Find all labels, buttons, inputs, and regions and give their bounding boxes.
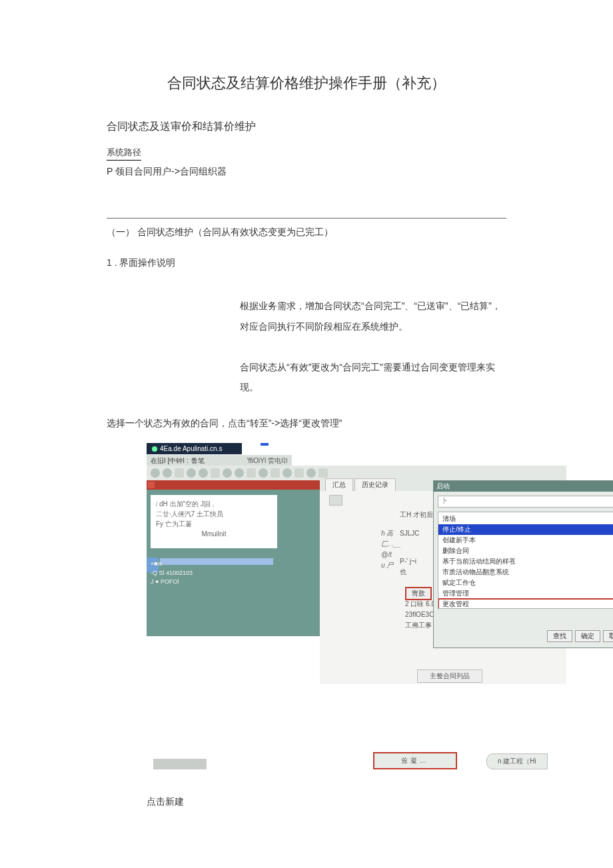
tree-text: »■w -Q Sl 41002103 J ● POFOl <box>151 560 277 587</box>
gray-block <box>153 759 207 769</box>
popup-item-highlighted[interactable]: 更改管程 <box>438 599 613 609</box>
popup-header: 启动 ✕ <box>434 481 613 492</box>
note-pill: n 建工程（Hi <box>486 753 548 769</box>
card-text: Mmuilnit <box>156 529 272 539</box>
menu-text: 鲁笔 <box>191 456 205 466</box>
toolbar-icon[interactable] <box>187 468 196 478</box>
paragraph: 根据业务需求，增加合同状态“合同完工”、“已送审”、“已结算”，对应合同执行不同… <box>240 296 506 337</box>
transfer-button[interactable]: 耸凝… <box>373 752 457 769</box>
path-text: P 领目合同用户->合同组织器 <box>107 166 506 178</box>
step-heading: 1 . 界面操作说明 <box>107 257 506 269</box>
popup-item[interactable]: 管理管理 <box>438 588 613 599</box>
window-title: 4Ea.de Apulinati.cn.s <box>160 445 222 452</box>
app-icon <box>152 446 157 452</box>
card-text: 二廿·人侠汽7 土工快员 <box>156 509 272 519</box>
menu-text: 在旧I [中钟I : <box>151 456 189 466</box>
doc-subtitle: 合同状态及送审价和结算价维护 <box>107 120 506 134</box>
action-popup: 启动 ✕ 卜 清场 停止/终止 创建新手本 删除合同 基于当前活动结局的样苍 市… <box>433 480 613 648</box>
panel-header-icon <box>148 482 155 488</box>
popup-item[interactable]: 清场 <box>438 514 613 524</box>
tree-line: J ● POFOl <box>151 578 277 587</box>
panel-header <box>147 480 320 490</box>
path-label: 系统路径 <box>107 147 141 161</box>
section-heading: （一） 合同状态维护（合同从有效状态变更为已完工） <box>107 226 506 238</box>
card-text: dH 出加"空的 J回 . <box>157 500 214 508</box>
paragraph: 合同状态从“有效”更改为“合同完工”需要通过合同变更管理来实现。 <box>240 357 506 398</box>
toolbar-icon[interactable] <box>163 468 172 478</box>
popup-item-selected[interactable]: 停止/终止 <box>438 524 613 535</box>
wa-chip-icon[interactable] <box>329 495 342 506</box>
tree-line: -Q Sl 41002103 <box>151 569 277 578</box>
bottom-row: 耸凝… n 建工程（Hi <box>127 749 566 769</box>
toolbar-icon[interactable] <box>259 468 268 478</box>
toolbar-icon[interactable] <box>318 468 328 478</box>
card-text: Fy 亡为工薯 <box>156 519 272 529</box>
popup-item[interactable]: 市质活动物品翻意系统 <box>438 567 613 578</box>
popup-item[interactable]: 赋定工作仓 <box>438 578 613 588</box>
toolbar-icon[interactable] <box>283 468 292 478</box>
window-titlebar: 4Ea.de Apulinati.cn.s <box>147 443 242 454</box>
wa-col-text: u 尸 <box>381 560 400 571</box>
popup-cancel-button[interactable]: 取消 <box>603 630 613 642</box>
toolbar-icon[interactable] <box>199 468 208 478</box>
tab-summary[interactable]: 汇总 <box>325 478 353 491</box>
popup-item[interactable]: 删除合同 <box>438 546 613 556</box>
wa-highlighted-button[interactable]: 冑肷 <box>405 587 432 600</box>
toolbar-icon[interactable] <box>295 468 304 478</box>
toolbar-icon[interactable] <box>223 468 232 478</box>
menu-text: 'ffiOiYI 雷电印 <box>247 456 289 466</box>
footer-button[interactable]: 主整合同列品 <box>417 669 482 683</box>
toolbar-icon[interactable] <box>271 468 280 478</box>
info-card: i dH 出加"空的 J回 . 二廿·人侠汽7 土工快员 Fy 亡为工薯 Mmu… <box>151 495 277 548</box>
tab-history[interactable]: 历史记录 <box>354 478 396 491</box>
toolbar-icon[interactable] <box>151 468 160 478</box>
popup-title: 启动 <box>436 482 450 491</box>
wa-col-text: 匚. .__ <box>381 539 400 550</box>
wa-col-text: @/t <box>381 550 400 560</box>
wa-col-text: h 高 <box>381 528 400 539</box>
popup-list[interactable]: 清场 停止/终止 创建新手本 删除合同 基于当前活动结局的样苍 市质活动物品翻意… <box>438 512 613 609</box>
divider <box>107 218 506 218</box>
popup-search-input[interactable]: 卜 <box>438 496 613 508</box>
doc-title: 合同状态及结算价格维护操作手册（补充） <box>107 73 506 93</box>
popup-item[interactable]: 基于当前活动结局的样苍 <box>438 556 613 567</box>
popup-ok-button[interactable]: 确定 <box>575 630 600 642</box>
toolbar-icon[interactable] <box>211 468 220 478</box>
popup-item[interactable]: 创建新手本 <box>438 535 613 546</box>
screenshot-figure: 4Ea.de Apulinati.cn.s 在旧I [中钟I : 鲁笔 'ffi… <box>127 443 566 743</box>
tree-line: »■w <box>151 560 277 569</box>
popup-find-button[interactable]: 查找 <box>547 630 572 642</box>
toolbar-icon[interactable] <box>175 468 184 478</box>
post-instruction: 点击新建 <box>147 796 506 808</box>
title-badge <box>261 443 269 446</box>
paragraph: 选择一个状态为有效的合同，点击“转至”->选择“更改管理” <box>107 418 506 430</box>
toolbar-icon[interactable] <box>306 468 316 478</box>
toolbar-icon[interactable] <box>235 468 244 478</box>
toolbar-icon[interactable] <box>247 468 256 478</box>
